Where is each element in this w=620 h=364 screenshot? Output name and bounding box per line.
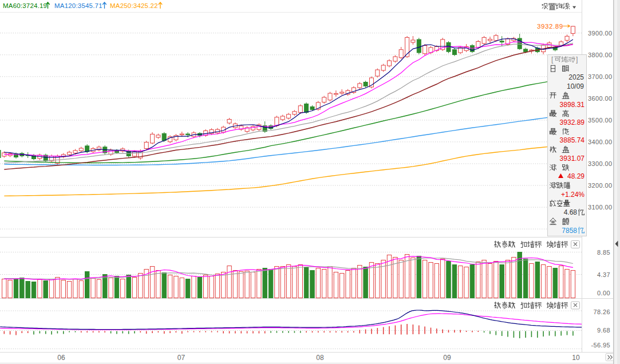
svg-text:3400.00: 3400.00: [588, 139, 613, 145]
svg-text:3200.00: 3200.00: [588, 182, 613, 189]
svg-text:4.68: 4.68: [564, 208, 578, 216]
svg-text:48.29: 48.29: [567, 172, 585, 180]
svg-text:3100.00: 3100.00: [588, 204, 613, 211]
svg-text:+1.24%: +1.24%: [561, 191, 585, 199]
svg-text:3600.00: 3600.00: [588, 95, 613, 102]
svg-text:2025: 2025: [568, 73, 584, 81]
svg-text:3885.74: 3885.74: [560, 136, 585, 144]
svg-text:-56.95: -56.95: [591, 342, 610, 349]
svg-text:06: 06: [57, 354, 65, 362]
svg-text:3900.00: 3900.00: [588, 30, 613, 37]
svg-text:MA250:3425.22: MA250:3425.22: [110, 2, 158, 9]
svg-text:08: 08: [316, 354, 324, 362]
svg-text:3500.00: 3500.00: [588, 117, 613, 124]
svg-text:]: ]: [576, 56, 578, 64]
svg-text:MA60:3724.19: MA60:3724.19: [3, 2, 47, 9]
svg-text:3800.00: 3800.00: [588, 52, 613, 58]
svg-text:10: 10: [572, 354, 580, 362]
svg-text:78.26: 78.26: [593, 308, 610, 315]
svg-text:3932.89: 3932.89: [537, 23, 563, 30]
svg-text:3931.07: 3931.07: [560, 155, 585, 163]
svg-text:10/09: 10/09: [567, 82, 584, 90]
svg-text:3932.89: 3932.89: [560, 118, 585, 126]
svg-text:3300.00: 3300.00: [588, 160, 613, 167]
svg-text:4.37: 4.37: [597, 271, 610, 278]
svg-text:0.00: 0.00: [597, 290, 610, 296]
svg-text:07: 07: [177, 354, 185, 362]
svg-text:3700.00: 3700.00: [588, 73, 613, 80]
svg-text:09: 09: [443, 354, 451, 362]
svg-text:7858: 7858: [562, 227, 577, 235]
svg-text:9.68: 9.68: [597, 327, 610, 334]
svg-text:8.85: 8.85: [597, 249, 610, 256]
svg-text:3898.31: 3898.31: [560, 101, 585, 109]
svg-text:MA120:3545.71: MA120:3545.71: [54, 2, 102, 9]
